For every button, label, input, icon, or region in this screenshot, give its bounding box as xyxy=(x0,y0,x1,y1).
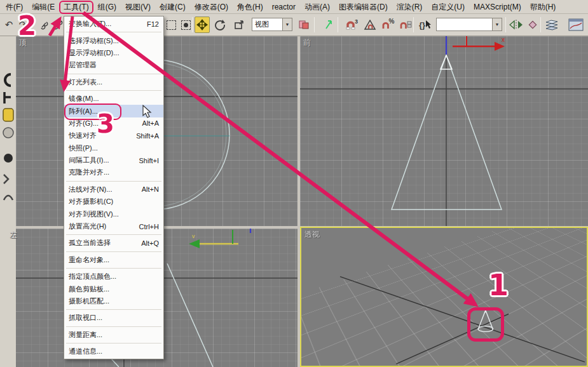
menu-item-label: 孤立当前选择 xyxy=(69,238,111,248)
select-and-rotate-icon[interactable] xyxy=(212,17,228,33)
layer-manager-icon[interactable] xyxy=(544,17,559,33)
viewport-front-label[interactable]: 前 xyxy=(303,37,311,48)
clipped-tool-icon[interactable] xyxy=(2,73,15,90)
menu-item[interactable]: 测量距离... xyxy=(64,329,163,341)
menubar-item-label: 视图(V) xyxy=(125,3,151,11)
menu-item-label: 通道信息... xyxy=(69,347,102,356)
menu-item[interactable]: 指定顶点颜色... xyxy=(64,270,163,283)
menu-item-label: 镜像(M)... xyxy=(69,94,99,103)
menu-item-label: 对齐到视图(V)... xyxy=(69,210,119,219)
menu-item-label: 法线对齐(N)... xyxy=(69,185,112,194)
menubar-item[interactable]: 渲染(R) xyxy=(392,1,427,14)
menubar-item[interactable]: 编辑(E xyxy=(27,1,59,14)
viewport-front[interactable]: 前 x xyxy=(300,36,588,226)
menu-item[interactable]: 抓取视口... xyxy=(64,312,163,324)
select-and-scale-icon[interactable] xyxy=(231,17,247,33)
viewport-perspective-label[interactable]: 透视 xyxy=(304,229,320,240)
clipped-tool-icon[interactable] xyxy=(2,107,15,125)
clipped-tool-icon[interactable] xyxy=(2,190,15,206)
reference-coordinate-dropdown[interactable]: 视图 ▼ xyxy=(252,18,292,31)
clipped-tool-icon[interactable] xyxy=(2,172,15,189)
menu-item-label: 克隆并对齐... xyxy=(69,168,109,177)
menu-item[interactable]: 快速对齐 Shift+A xyxy=(64,130,163,142)
undo-icon[interactable]: ↶ xyxy=(1,17,17,33)
redo-icon[interactable]: ↷ xyxy=(15,17,31,33)
menu-item[interactable]: 克隆并对齐... xyxy=(64,166,163,178)
menu-item-label: 层管理器 xyxy=(69,60,97,70)
clipped-tool-icon[interactable] xyxy=(2,91,15,107)
menubar-item[interactable]: 视图(V) xyxy=(121,1,155,14)
viewport-perspective[interactable]: 透视 xyxy=(300,227,588,367)
menu-item-label: 指定顶点颜色... xyxy=(69,272,116,281)
menu-item[interactable]: 摄影机匹配... xyxy=(64,295,163,307)
menu-item[interactable]: 通道信息... xyxy=(64,345,163,357)
menu-item[interactable]: 阵列(A)... xyxy=(64,105,163,117)
menu-item[interactable]: 变换输入(T)... F12 xyxy=(64,18,163,30)
clipped-tool-icon[interactable] xyxy=(2,152,15,168)
menu-item-label: 快照(P)... xyxy=(69,143,98,153)
menu-item[interactable]: 对齐(G)... Alt+A xyxy=(64,117,163,130)
rectangular-selection-region-icon[interactable] xyxy=(163,17,179,33)
menu-item-label: 放置高光(H) xyxy=(69,222,106,231)
select-and-manipulate-icon[interactable] xyxy=(321,17,336,33)
toolbar-separator xyxy=(314,17,315,32)
menu-item[interactable]: 灯光列表... xyxy=(64,76,163,88)
menu-item[interactable]: 间隔工具(I)... Shift+I xyxy=(64,154,163,166)
menubar-item[interactable]: 动画(A) xyxy=(300,1,334,14)
mirror-icon[interactable] xyxy=(509,17,524,33)
menu-item[interactable]: 重命名对象... xyxy=(64,254,163,266)
menubar-item[interactable]: 组(G) xyxy=(93,1,121,14)
menubar-item-label: MAXScript(M) xyxy=(474,3,521,11)
menu-item-label: 选择浮动框(S)... xyxy=(69,36,119,46)
menu-item[interactable]: 镜像(M)... xyxy=(64,93,163,105)
menu-bar-items: 件(F) 编辑(E 工具(T) 组(G) 视图(V) xyxy=(0,0,588,14)
menubar-item[interactable]: 创建(C) xyxy=(155,1,190,14)
menubar-item[interactable]: 件(F) xyxy=(1,1,27,14)
menubar-item[interactable]: MAXScript(M) xyxy=(469,1,526,13)
menu-item[interactable]: 法线对齐(N)... Alt+N xyxy=(64,184,163,196)
menu-item[interactable]: 选择浮动框(S)... xyxy=(64,34,163,46)
menubar-item-label: 动画(A) xyxy=(304,3,330,11)
named-selection-dropdown[interactable]: ▼ xyxy=(436,18,502,31)
angle-snap-icon[interactable] xyxy=(362,17,378,33)
curve-editor-icon[interactable] xyxy=(567,17,585,33)
menubar-item[interactable]: 工具(T) xyxy=(59,1,93,14)
menu-item[interactable]: 孤立当前选择 Alt+Q xyxy=(64,237,163,249)
menu-item-label: 颜色剪贴板... xyxy=(69,284,109,294)
viewport-front-wireframe: x xyxy=(300,36,588,226)
menu-item[interactable]: 对齐摄影机(C) xyxy=(64,196,163,208)
spinner-snap-icon[interactable] xyxy=(398,17,413,33)
toolbar-separator xyxy=(192,17,193,32)
viewport-left-label[interactable]: 左 xyxy=(10,230,17,241)
menu-item[interactable]: 快照(P)... xyxy=(64,142,163,154)
use-pivot-center-icon[interactable] xyxy=(296,17,311,33)
menu-item[interactable]: 对齐到视图(V)... xyxy=(64,208,163,220)
snap-toggle-3d-icon[interactable]: 3 xyxy=(342,17,361,33)
menubar-item-label: 修改器(O) xyxy=(195,3,228,11)
menu-bar: 件(F) 编辑(E 工具(T) 组(G) 视图(V) xyxy=(0,0,588,14)
menu-item[interactable]: 放置高光(H) Ctrl+H xyxy=(64,220,163,232)
menubar-item[interactable]: 帮助(H) xyxy=(526,1,561,14)
menubar-item[interactable]: 修改器(O) xyxy=(190,1,233,14)
menu-item[interactable]: 颜色剪贴板... xyxy=(64,283,163,295)
menu-item[interactable]: 显示浮动框(D)... xyxy=(64,47,163,59)
select-and-move-icon[interactable] xyxy=(195,17,210,33)
menu-item-label: 阵列(A)... xyxy=(69,107,98,116)
menu-item[interactable]: 层管理器 xyxy=(64,59,163,71)
align-icon[interactable] xyxy=(525,17,540,33)
window-crossing-selection-icon[interactable] xyxy=(178,17,193,33)
named-selection-sets-icon[interactable]: {} xyxy=(416,17,435,33)
menu-item-shortcut: Alt+N xyxy=(137,185,159,193)
dropdown-arrow-icon[interactable]: ▼ xyxy=(282,18,292,30)
menubar-item[interactable]: 自定义(U) xyxy=(427,1,469,14)
menu-item-shortcut: Shift+A xyxy=(131,132,159,140)
menubar-item[interactable]: 图表编辑器(D) xyxy=(334,1,392,14)
clipped-tool-icon[interactable] xyxy=(2,126,15,143)
menubar-item[interactable]: 角色(H) xyxy=(233,1,268,14)
percent-snap-icon[interactable]: % xyxy=(379,17,397,33)
viewport-top-label[interactable]: 顶 xyxy=(19,37,27,48)
menubar-item[interactable]: reactor xyxy=(268,1,300,13)
dropdown-arrow-icon[interactable]: ▼ xyxy=(492,18,502,30)
reference-coordinate-value: 视图 xyxy=(252,20,282,29)
toolbar-separator xyxy=(540,17,541,32)
